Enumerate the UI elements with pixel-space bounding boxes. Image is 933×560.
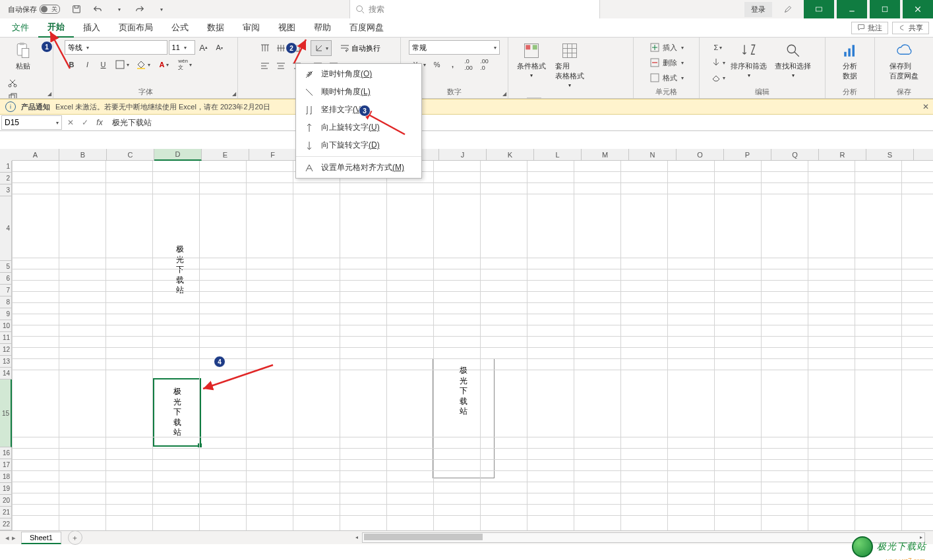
row-header-14[interactable]: 14 [0,368,12,379]
autosave-toggle[interactable]: 自动保存 关 [4,5,64,14]
column-header-O[interactable]: O [677,149,724,161]
enter-formula-icon[interactable]: ✓ [78,116,92,129]
bold-icon[interactable]: B [65,57,79,72]
delete-cells-button[interactable]: 删除 [649,55,684,70]
fx-icon[interactable]: fx [92,116,107,129]
cancel-formula-icon[interactable]: ✕ [63,116,78,129]
align-top-icon[interactable] [258,41,272,55]
column-header-S[interactable]: S [866,149,914,161]
share-button[interactable]: 共享 [892,22,929,34]
tab-home[interactable]: 开始 [38,18,74,38]
pen-icon[interactable] [775,0,801,18]
align-left-icon[interactable] [258,59,272,73]
tab-formulas[interactable]: 公式 [162,18,198,37]
clipboard-launcher[interactable]: ◢ [47,91,51,97]
row-header-12[interactable]: 12 [0,344,12,356]
row-header-2[interactable]: 2 [0,173,12,184]
copy-icon[interactable] [5,91,20,99]
row-header-18[interactable]: 18 [0,471,12,483]
row-header-8[interactable]: 8 [0,296,12,308]
orientation-cw[interactable]: 顺时针角度(L) [296,83,421,101]
paste-button[interactable]: 粘贴 [5,40,41,72]
row-header-13[interactable]: 13 [0,356,12,368]
column-header-K[interactable]: K [487,149,534,161]
italic-icon[interactable]: I [80,57,95,72]
row-header-9[interactable]: 9 [0,308,12,320]
font-launcher[interactable]: ◢ [232,91,236,97]
ribbon-display-button[interactable] [804,0,834,18]
row-header-17[interactable]: 17 [0,459,12,471]
select-all-corner[interactable] [0,149,13,161]
find-select-button[interactable]: 查找和选择▾ [772,40,814,80]
orientation-rotate-down[interactable]: 向下旋转文字(D) [296,136,421,154]
font-color-icon[interactable]: A [154,57,174,72]
row-header-10[interactable]: 10 [0,320,12,332]
column-header-N[interactable]: N [629,149,677,161]
format-cells-button[interactable]: 格式 [649,70,684,85]
comments-button[interactable]: 批注 [851,22,888,34]
notif-close-icon[interactable]: ✕ [922,102,929,111]
horizontal-scrollbar[interactable]: ◂ ▸ [362,532,926,543]
row-header-5[interactable]: 5 [0,261,12,273]
number-format-combo[interactable]: 常规 [409,40,500,55]
fill-color-icon[interactable] [133,57,153,72]
text-box-shape[interactable]: 极光下载站 [433,358,495,478]
comma-icon[interactable]: , [446,57,460,72]
row-header-7[interactable]: 7 [0,285,12,296]
number-launcher[interactable]: ◢ [502,91,506,97]
row-header-20[interactable]: 20 [0,495,12,507]
name-box[interactable]: D15 ▾ [1,115,62,130]
cut-icon[interactable] [5,75,20,90]
font-family-combo[interactable]: 等线 [65,40,167,55]
tab-baidupan[interactable]: 百度网盘 [340,18,393,37]
sheet-nav-prev-icon[interactable]: ◂ [5,534,9,542]
maximize-button[interactable] [870,0,900,18]
save-icon[interactable] [68,0,85,18]
orientation-format-cells[interactable]: 设置单元格对齐方式(M) [296,159,421,177]
column-header-M[interactable]: M [582,149,629,161]
row-header-1[interactable]: 1 [0,161,12,173]
orientation-ccw[interactable]: ab 逆时针角度(O) [296,65,421,83]
increase-font-icon[interactable]: A▴ [196,40,211,55]
column-header-A[interactable]: A [12,149,59,161]
autosum-icon[interactable]: Σ [711,40,725,55]
row-header-21[interactable]: 21 [0,507,12,518]
wrap-text-icon[interactable] [340,41,350,55]
scroll-left-icon[interactable]: ◂ [352,533,361,541]
save-to-baidupan-button[interactable]: 保存到 百度网盘 [886,40,922,82]
sort-filter-button[interactable]: 排序和筛选▾ [728,40,769,80]
row-header-16[interactable]: 16 [0,447,12,459]
close-button[interactable] [903,0,933,18]
analyze-data-button[interactable]: 分析 数据 [832,40,868,82]
sheet-tab-1[interactable]: Sheet1 [21,532,61,544]
decrease-font-icon[interactable]: A▾ [212,40,227,55]
spreadsheet-grid[interactable]: ABCDEFGHIJKLMNOPQRST 1234567891011121314… [0,149,933,532]
column-header-R[interactable]: R [819,149,866,161]
increase-decimal-icon[interactable]: .0.00 [462,57,476,72]
row-header-19[interactable]: 19 [0,483,12,495]
add-sheet-button[interactable]: ＋ [68,530,82,545]
row-header-22[interactable]: 22 [0,518,12,530]
decrease-decimal-icon[interactable]: .00.0 [477,57,492,72]
minimize-button[interactable] [837,0,867,18]
tab-insert[interactable]: 插入 [74,18,109,37]
column-header-F[interactable]: F [249,149,297,161]
login-button[interactable]: 登录 [744,2,772,17]
tab-view[interactable]: 视图 [269,18,305,37]
formula-input[interactable]: 极光下载站 [107,117,933,128]
underline-icon[interactable]: U [96,57,111,72]
row-header-11[interactable]: 11 [0,332,12,344]
column-header-Q[interactable]: Q [771,149,819,161]
sheet-nav-next-icon[interactable]: ▸ [12,534,16,542]
align-center-icon[interactable] [274,59,288,73]
column-header-T[interactable]: T [914,149,933,161]
conditional-formatting-button[interactable]: 条件格式▾ [514,40,549,80]
column-header-P[interactable]: P [724,149,771,161]
font-size-combo[interactable]: 11 [169,40,195,55]
undo-icon[interactable] [89,0,106,18]
border-icon[interactable] [112,57,132,72]
redo-icon[interactable] [131,0,148,18]
orientation-button[interactable] [311,40,332,56]
search-box[interactable]: 搜索 [349,0,600,19]
column-header-B[interactable]: B [59,149,107,161]
